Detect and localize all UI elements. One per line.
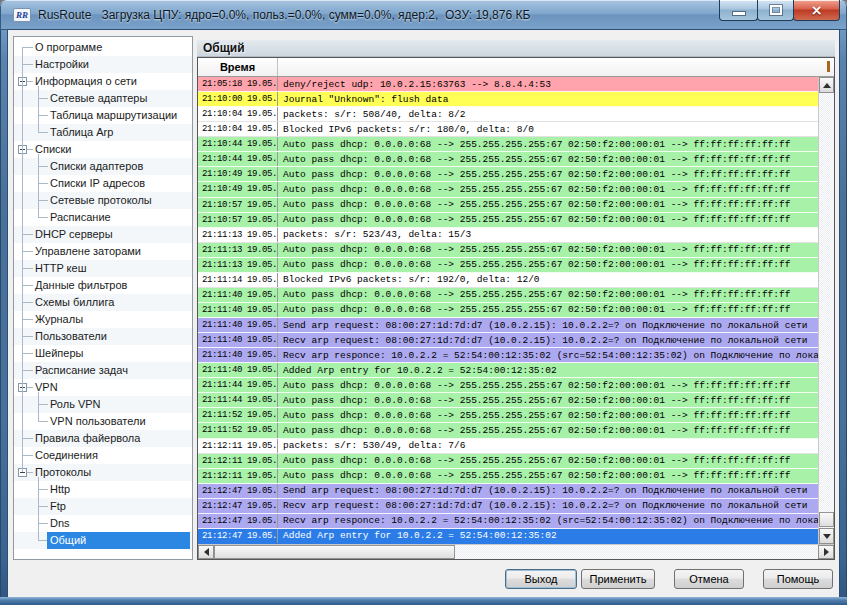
- table-header[interactable]: Время: [198, 58, 834, 77]
- tree-branch-line: [38, 154, 39, 218]
- log-row[interactable]: 21:11:13 19.05.packets: s/r: 523/43, del…: [198, 228, 834, 243]
- log-row[interactable]: 21:11:40 19.05.Auto pass dhcp: 0.0.0.0:6…: [198, 303, 834, 318]
- sidebar-item-20[interactable]: VPN: [14, 379, 192, 396]
- log-row[interactable]: 21:12:11 19.05.packets: s/r: 530/49, del…: [198, 439, 834, 454]
- sidebar-item-23[interactable]: Правила файервола: [14, 430, 192, 447]
- log-row[interactable]: 21:12:47 19.05.Added Arp entry for 10.0.…: [198, 529, 834, 544]
- log-row[interactable]: 21:11:52 19.05.Auto pass dhcp: 0.0.0.0:6…: [198, 423, 834, 438]
- log-row[interactable]: 21:10:04 19.05.Blocked IPv6 packets: s/r…: [198, 122, 834, 137]
- maximize-button[interactable]: [757, 0, 794, 21]
- log-row[interactable]: 21:11:13 19.05.Auto pass dhcp: 0.0.0.0:6…: [198, 258, 834, 273]
- maximize-icon: [770, 5, 782, 15]
- log-time: 21:10:04 19.05.: [198, 122, 278, 136]
- log-row[interactable]: 21:11:40 19.05.Recv arp responce: 10.0.2…: [198, 348, 834, 363]
- exit-button[interactable]: Выход: [505, 569, 577, 589]
- log-row[interactable]: 21:11:40 19.05.Recv arp request: 08:00:2…: [198, 333, 834, 348]
- minimize-button[interactable]: [719, 0, 758, 21]
- cancel-button[interactable]: Отмена: [674, 569, 744, 589]
- sidebar-item-27[interactable]: Ftp: [14, 498, 192, 515]
- sidebar-item-10[interactable]: Расписание: [14, 209, 192, 226]
- log-row[interactable]: 21:10:57 19.05.Auto pass dhcp: 0.0.0.0:6…: [198, 213, 834, 228]
- log-row[interactable]: 21:12:47 19.05.Send arp request: 08:00:2…: [198, 484, 834, 499]
- log-row[interactable]: 21:10:04 19.05.packets: s/r: 508/40, del…: [198, 107, 834, 122]
- sidebar-item-11[interactable]: DHCP серверы: [14, 226, 192, 243]
- scroll-right-button[interactable]: [818, 545, 834, 559]
- log-row[interactable]: 21:10:44 19.05.Auto pass dhcp: 0.0.0.0:6…: [198, 152, 834, 167]
- log-row[interactable]: 21:10:00 19.05.Journal "Unknown": flush …: [198, 92, 834, 107]
- log-row[interactable]: 21:11:44 19.05.Auto pass dhcp: 0.0.0.0:6…: [198, 393, 834, 408]
- log-time: 21:11:40 19.05.: [198, 333, 278, 347]
- vertical-scrollbar[interactable]: [818, 77, 834, 544]
- sidebar-item-15[interactable]: Схемы биллига: [14, 294, 192, 311]
- log-message: Auto pass dhcp: 0.0.0.0:68 --> 255.255.2…: [278, 455, 834, 466]
- log-message: deny/reject udp: 10.0.2.15:63763 --> 8.8…: [278, 79, 834, 90]
- apply-button[interactable]: Применить: [581, 569, 655, 589]
- time-column-header[interactable]: Время: [198, 58, 278, 76]
- log-time: 21:12:11 19.05.: [198, 469, 278, 483]
- sidebar-item-7[interactable]: Списки адаптеров: [14, 158, 192, 175]
- log-time: 21:11:40 19.05.: [198, 303, 278, 317]
- vertical-scroll-thumb[interactable]: [819, 512, 834, 527]
- sidebar-item-3[interactable]: Сетевые адаптеры: [14, 90, 192, 107]
- log-row[interactable]: 21:10:49 19.05.Auto pass dhcp: 0.0.0.0:6…: [198, 167, 834, 182]
- sidebar-item-label: Http: [47, 481, 73, 498]
- log-row[interactable]: 21:05:18 19.05.deny/reject udp: 10.0.2.1…: [198, 77, 834, 92]
- sidebar-item-13[interactable]: HTTP кеш: [14, 260, 192, 277]
- horizontal-scrollbar[interactable]: [198, 544, 834, 559]
- title-bar[interactable]: RR RusRoute Загрузка ЦПУ: ядро=0.0%, пол…: [0, 0, 847, 30]
- sidebar-item-9[interactable]: Сетевые протоколы: [14, 192, 192, 209]
- log-row[interactable]: 21:10:57 19.05.Auto pass dhcp: 0.0.0.0:6…: [198, 198, 834, 213]
- log-message: Recv arp responce: 10.0.2.2 = 52:54:00:1…: [278, 515, 834, 526]
- log-row[interactable]: 21:11:52 19.05.Auto pass dhcp: 0.0.0.0:6…: [198, 408, 834, 423]
- scroll-left-button[interactable]: [198, 545, 214, 559]
- log-row[interactable]: 21:11:44 19.05.Auto pass dhcp: 0.0.0.0:6…: [198, 378, 834, 393]
- scroll-up-button[interactable]: [819, 77, 834, 93]
- log-time: 21:05:18 19.05.: [198, 77, 278, 91]
- sidebar-item-label: Правила файервола: [32, 430, 143, 447]
- log-row[interactable]: 21:12:11 19.05.Auto pass dhcp: 0.0.0.0:6…: [198, 454, 834, 469]
- log-row[interactable]: 21:12:47 19.05.Recv arp request: 08:00:2…: [198, 499, 834, 514]
- log-message: Auto pass dhcp: 0.0.0.0:68 --> 255.255.2…: [278, 199, 834, 210]
- log-row[interactable]: 21:11:40 19.05.Send arp request: 08:00:2…: [198, 318, 834, 333]
- log-message: packets: s/r: 508/40, delta: 8/2: [278, 109, 834, 120]
- log-time: 21:11:44 19.05.: [198, 378, 278, 392]
- sidebar-item-28[interactable]: Dns: [14, 515, 192, 532]
- minimize-icon: [733, 12, 745, 15]
- sidebar-item-26[interactable]: Http: [14, 481, 192, 498]
- sidebar-item-12[interactable]: Управлене заторами: [14, 243, 192, 260]
- sidebar-item-0[interactable]: О программе: [14, 39, 192, 56]
- log-row[interactable]: 21:10:49 19.05.Auto pass dhcp: 0.0.0.0:6…: [198, 182, 834, 197]
- horizontal-scroll-thumb[interactable]: [214, 545, 455, 559]
- sidebar-item-21[interactable]: Роль VPN: [14, 396, 192, 413]
- log-message: Recv arp request: 08:00:27:1d:7d:d7 (10.…: [278, 335, 834, 346]
- sidebar-item-label: Таблица Arp: [47, 124, 116, 141]
- sidebar-item-25[interactable]: Протоколы: [14, 464, 192, 481]
- scroll-down-button[interactable]: [819, 528, 834, 544]
- log-message: Auto pass dhcp: 0.0.0.0:68 --> 255.255.2…: [278, 425, 834, 436]
- log-row[interactable]: 21:11:40 19.05.Auto pass dhcp: 0.0.0.0:6…: [198, 288, 834, 303]
- sidebar-item-17[interactable]: Пользователи: [14, 328, 192, 345]
- sidebar-item-18[interactable]: Шейперы: [14, 345, 192, 362]
- sidebar-item-2[interactable]: Информация о сети: [14, 73, 192, 90]
- sidebar-item-8[interactable]: Списки IP адресов: [14, 175, 192, 192]
- log-row[interactable]: 21:12:47 19.05.Recv arp responce: 10.0.2…: [198, 514, 834, 529]
- log-row[interactable]: 21:11:13 19.05.Auto pass dhcp: 0.0.0.0:6…: [198, 243, 834, 258]
- sidebar-item-19[interactable]: Расписание задач: [14, 362, 192, 379]
- log-row[interactable]: 21:11:14 19.05.Blocked IPv6 packets: s/r…: [198, 273, 834, 288]
- sidebar-item-22[interactable]: VPN пользователи: [14, 413, 192, 430]
- sidebar-item-5[interactable]: Таблица Arp: [14, 124, 192, 141]
- sidebar-item-6[interactable]: Списки: [14, 141, 192, 158]
- sidebar-item-16[interactable]: Журналы: [14, 311, 192, 328]
- sidebar-item-14[interactable]: Данные фильтров: [14, 277, 192, 294]
- help-button[interactable]: Помощь: [763, 569, 833, 589]
- log-row[interactable]: 21:11:40 19.05.Added Arp entry for 10.0.…: [198, 363, 834, 378]
- sidebar-item-4[interactable]: Таблица маршрутизации: [14, 107, 192, 124]
- log-row[interactable]: 21:10:44 19.05.Auto pass dhcp: 0.0.0.0:6…: [198, 137, 834, 152]
- sidebar-item-29[interactable]: Общий: [14, 532, 192, 549]
- log-row[interactable]: 21:12:11 19.05.Auto pass dhcp: 0.0.0.0:6…: [198, 469, 834, 484]
- log-time: 21:11:52 19.05.: [198, 423, 278, 437]
- sidebar-item-1[interactable]: Настройки: [14, 56, 192, 73]
- sidebar-item-24[interactable]: Соединения: [14, 447, 192, 464]
- close-button[interactable]: ×: [793, 0, 840, 21]
- log-message: Blocked IPv6 packets: s/r: 192/0, delta:…: [278, 274, 834, 285]
